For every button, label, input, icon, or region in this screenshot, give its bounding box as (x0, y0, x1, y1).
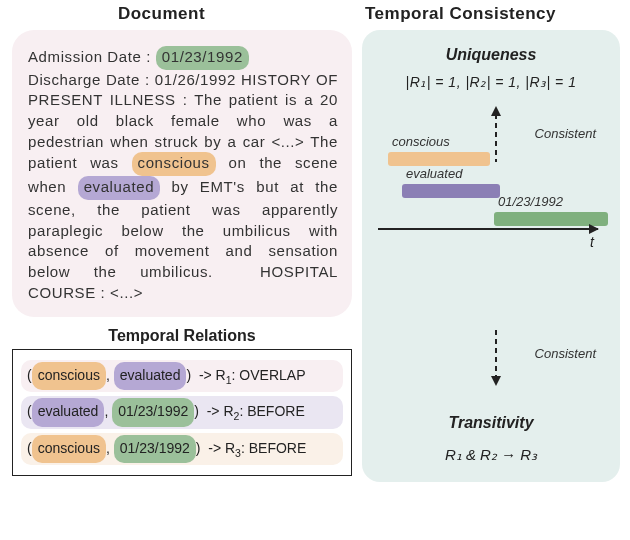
highlight-evaluated: evaluated (78, 176, 160, 200)
section-title-consistency: Temporal Consistency (311, 4, 618, 24)
highlight-evaluated: evaluated (32, 398, 105, 426)
highlight-date: 01/23/1992 (112, 398, 194, 426)
consistency-card: Uniqueness |R₁| = 1, |R₂| = 1, |R₃| = 1 … (362, 30, 620, 482)
svg-marker-3 (491, 376, 501, 386)
relation-label: BEFORE (247, 403, 305, 419)
doc-text: by EMT's but at the scene, the patient w… (28, 178, 338, 300)
timeline: conscious evaluated 01/23/1992 t (374, 104, 608, 274)
document-card: Admission Date : 01/23/1992 Discharge Da… (12, 30, 352, 317)
relation-index: 2 (234, 410, 240, 422)
doc-text: Discharge Date : (28, 71, 155, 88)
bar-evaluated (402, 184, 500, 198)
highlight-conscious: conscious (132, 152, 216, 176)
consistent-label: Consistent (535, 346, 596, 361)
arrow-down-dashed (490, 330, 492, 386)
highlight-evaluated: evaluated (114, 362, 187, 390)
highlight-date: 01/23/1992 (114, 435, 196, 463)
highlight-conscious: conscious (32, 362, 106, 390)
relations-title: Temporal Relations (12, 327, 352, 345)
relations-box: (conscious, evaluated) -> R1: OVERLAP (e… (12, 349, 352, 476)
relation-symbol: R (216, 367, 226, 383)
transitivity-formula: R₁ & R₂ → R₃ (362, 446, 620, 464)
relation-index: 3 (235, 446, 241, 458)
bar-label-conscious: conscious (392, 134, 450, 149)
bar-conscious (388, 152, 490, 166)
highlight-admission-date: 01/23/1992 (156, 46, 249, 70)
relation-label: OVERLAP (239, 367, 305, 383)
doc-text: Admission Date : (28, 48, 156, 65)
timeline-axis (378, 228, 598, 230)
highlight-conscious: conscious (32, 435, 106, 463)
relation-symbol: R (225, 440, 235, 456)
relation-label: BEFORE (249, 440, 307, 456)
transitivity-title: Transitivity (362, 414, 620, 432)
bar-label-evaluated: evaluated (406, 166, 462, 181)
bar-label-date: 01/23/1992 (498, 194, 563, 209)
uniqueness-formula: |R₁| = 1, |R₂| = 1, |R₃| = 1 (374, 74, 608, 90)
relation-index: 1 (226, 374, 232, 386)
axis-label-t: t (590, 234, 594, 250)
uniqueness-title: Uniqueness (374, 46, 608, 64)
relation-symbol: R (223, 403, 233, 419)
relation-row: (conscious, evaluated) -> R1: OVERLAP (21, 360, 343, 392)
relation-row: (conscious, 01/23/1992) -> R3: BEFORE (21, 433, 343, 465)
doc-text: 01/26/1992 (155, 71, 236, 88)
relation-row: (evaluated, 01/23/1992) -> R2: BEFORE (21, 396, 343, 428)
section-title-document: Document (12, 4, 311, 24)
